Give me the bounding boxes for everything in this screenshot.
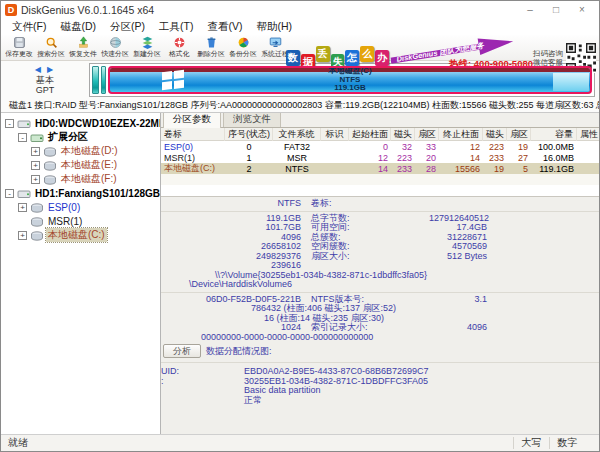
tree-item-5[interactable]: -HD1:FanxiangS101/128GB(119GB) xyxy=(1,186,160,200)
detail-path-value: 00000000-0000-0000-0000-000000000000 xyxy=(161,333,373,343)
toolbar-button-3[interactable]: 快速分区 xyxy=(99,35,131,59)
windows-logo-icon xyxy=(162,70,184,90)
toolbar-button-2[interactable]: 恢复文件 xyxy=(67,35,99,59)
table-row-2[interactable]: 本地磁盘(C:)2NTFS142332815566195119.1GB xyxy=(161,163,599,174)
disk-tree-panel: -HD0:WDCWD10EZEX-22MFCA0(932G-扩展分区+本地磁盘(… xyxy=(1,113,161,436)
toolbar-button-0[interactable]: 保存更改 xyxy=(3,35,35,59)
table-cell: 本地磁盘(C:) xyxy=(161,162,225,175)
hard-disk-icon xyxy=(17,118,31,129)
table-cell: FAT32 xyxy=(273,142,321,152)
status-indicator-1: 数字 xyxy=(549,437,585,449)
column-header-5[interactable]: 磁头 xyxy=(391,128,415,141)
column-header-2[interactable]: 文件系统 xyxy=(273,128,321,141)
tree-item-6[interactable]: +ESP(0) xyxy=(1,200,160,214)
close-button[interactable]: × xyxy=(569,2,595,18)
detail-value-left: NTFS xyxy=(161,199,301,209)
right-panel: 分区参数浏览文件 卷标序号(状态)文件系统标识起始柱面磁头扇区终止柱面磁头扇区容… xyxy=(161,113,599,436)
expand-icon[interactable]: + xyxy=(31,147,40,156)
table-cell: ESP(0) xyxy=(161,142,225,152)
table-header-row: 卷标序号(状态)文件系统标识起始柱面磁头扇区终止柱面磁头扇区容量属性 xyxy=(161,128,599,141)
guid-row: 正常 xyxy=(161,396,599,406)
toolbar-button-label: 搜索分区 xyxy=(37,49,65,58)
partition-block-msr[interactable] xyxy=(101,66,106,94)
guid-label-fragment: : xyxy=(161,377,193,387)
detail-row: \Device\HarddiskVolume6 xyxy=(161,280,599,290)
collapse-icon[interactable]: - xyxy=(5,189,14,198)
partition-size: 119.1GB xyxy=(334,84,366,93)
column-header-1[interactable]: 序号(状态) xyxy=(225,128,273,141)
tree-item-label: 本地磁盘(E:) xyxy=(59,158,119,172)
tree-item-label: 本地磁盘(C:) xyxy=(46,228,107,242)
table-cell: 14 xyxy=(349,164,391,174)
expand-icon[interactable]: + xyxy=(31,161,40,170)
delete-partition-icon xyxy=(205,36,218,49)
menu-item-5[interactable]: 帮助(H) xyxy=(249,19,299,35)
column-header-8[interactable]: 磁头 xyxy=(483,128,507,141)
table-row-1[interactable]: MSR(1)1MSR1222320142332716.0MB xyxy=(161,152,599,163)
toolbar-button-label: 备份分区 xyxy=(229,49,257,58)
tree-item-3[interactable]: +本地磁盘(E:) xyxy=(1,158,160,172)
expand-icon[interactable]: + xyxy=(18,231,27,240)
toolbar-button-label: 格式化 xyxy=(169,49,190,58)
table-cell: 1 xyxy=(225,153,273,163)
column-header-3[interactable]: 标识 xyxy=(321,128,349,141)
tree-item-8[interactable]: +本地磁盘(C:) xyxy=(1,228,160,242)
partition-block-c-selected[interactable]: 本地磁盘(C) NTFS 119.1GB xyxy=(108,66,592,94)
expand-icon[interactable]: + xyxy=(18,203,27,212)
menu-item-4[interactable]: 查看(V) xyxy=(200,19,249,35)
tree-item-1[interactable]: -扩展分区 xyxy=(1,130,160,144)
guid-value: 正常 xyxy=(244,396,262,406)
detail-row: 00000000-0000-0000-0000-000000000000 xyxy=(161,333,599,343)
qr-label-1: 扫码咨询 xyxy=(533,49,563,58)
toolbar-button-1[interactable]: 搜索分区 xyxy=(35,35,67,59)
partition-details: NTFS卷标:119.1GB总字节数:127912640512101.7GB可用… xyxy=(161,197,599,342)
toolbar-button-7[interactable]: 备份分区 xyxy=(227,35,259,59)
section-divider xyxy=(161,292,599,293)
tree-item-7[interactable]: MSR(1) xyxy=(1,214,160,228)
partition-block-esp[interactable] xyxy=(92,66,99,94)
allocation-map-label: 数据分配情况图: xyxy=(206,345,272,358)
toolbar-button-4[interactable]: 新建分区 xyxy=(131,35,163,59)
column-header-7[interactable]: 终止柱面 xyxy=(439,128,483,141)
column-header-6[interactable]: 扇区 xyxy=(415,128,439,141)
collapse-icon[interactable]: - xyxy=(5,119,14,128)
minimize-button[interactable]: – xyxy=(517,2,543,18)
qr-labels: 扫码咨询 微信客服 xyxy=(533,49,563,67)
disk-prev-next-icon[interactable]: ◀ ▶ xyxy=(1,65,89,75)
statusbar: 就绪 大写数字 xyxy=(1,434,599,451)
tree-item-label: MSR(1) xyxy=(46,216,84,227)
table-cell: 2 xyxy=(225,164,273,174)
tab-browse-files[interactable]: 浏览文件 xyxy=(223,113,281,127)
column-header-4[interactable]: 起始柱面 xyxy=(349,128,391,141)
toolbar-button-label: 新建分区 xyxy=(133,49,161,58)
detail-value-right xyxy=(429,261,487,271)
expand-icon[interactable]: + xyxy=(31,175,40,184)
column-header-0[interactable]: 卷标 xyxy=(161,128,225,141)
collapse-icon[interactable]: - xyxy=(18,133,27,142)
toolbar-button-5[interactable]: 格式化 xyxy=(163,35,195,59)
column-header-10[interactable]: 容量 xyxy=(531,128,577,141)
menu-item-1[interactable]: 磁盘(D) xyxy=(53,19,103,35)
menu-item-0[interactable]: 文件(F) xyxy=(5,19,53,35)
tree-item-4[interactable]: +本地磁盘(F:) xyxy=(1,172,160,186)
column-header-11[interactable]: 属性 xyxy=(577,128,599,141)
analyze-button[interactable]: 分析 xyxy=(163,344,201,358)
menu-item-2[interactable]: 分区(P) xyxy=(103,19,152,35)
guid-label-fragment: UID: xyxy=(161,367,193,377)
tree-item-2[interactable]: +本地磁盘(D:) xyxy=(1,144,160,158)
disk-graphic-region: ◀ ▶ 基本 GPT 本地磁盘(C) NTFS 119.1GB xyxy=(1,61,599,99)
table-row-0[interactable]: ESP(0)0FAT32032331222319100.0MB xyxy=(161,141,599,152)
tree-item-0[interactable]: -HD0:WDCWD10EZEX-22MFCA0(932G xyxy=(1,116,160,130)
guid-row: :30255EB1-034B-4382-871C-1DBDFFC3FA05 xyxy=(161,377,599,387)
table-cell: 100.0MB xyxy=(531,142,577,152)
menu-item-3[interactable]: 工具(T) xyxy=(152,19,200,35)
column-header-9[interactable]: 扇区 xyxy=(507,128,531,141)
maximize-button[interactable]: □ xyxy=(543,2,569,18)
section-divider xyxy=(161,362,599,363)
window-title: DiskGenius V6.0.1.1645 x64 xyxy=(21,4,154,16)
tab-partition-params[interactable]: 分区参数 xyxy=(163,113,221,128)
menubar: 文件(F)磁盘(D)分区(P)工具(T)查看(V)帮助(H) xyxy=(1,19,599,35)
window-controls: – □ × xyxy=(517,2,595,18)
detail-row: 4096总簇数:31228671 xyxy=(161,233,599,243)
toolbar-button-6[interactable]: 删除分区 xyxy=(195,35,227,59)
